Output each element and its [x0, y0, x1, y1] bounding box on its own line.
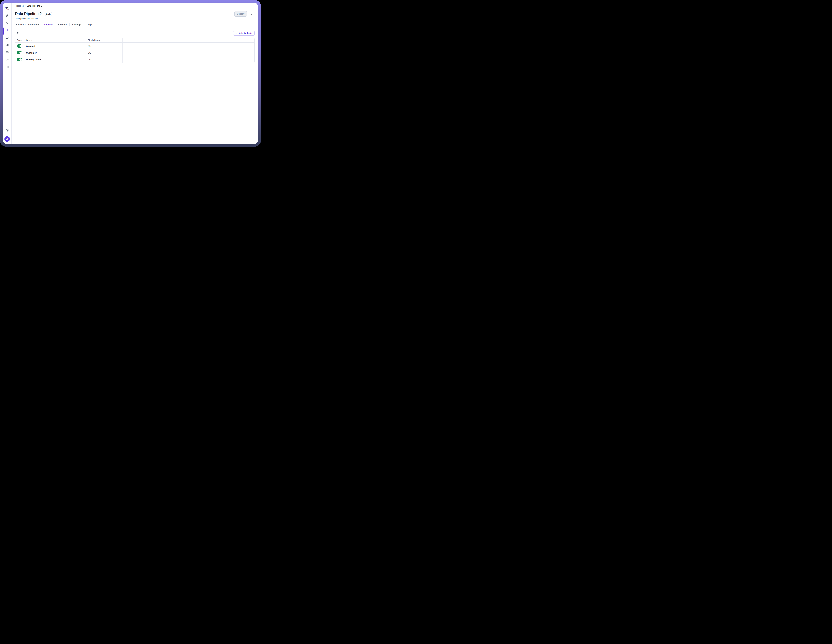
tab-schema[interactable]: Schema — [55, 22, 69, 27]
breadcrumb-parent-link[interactable]: Pipelines — [15, 5, 24, 7]
toggle-knob — [19, 58, 22, 61]
page-header: Data Pipeline 2 Draft Deploy Last update… — [12, 9, 258, 20]
sidebar-divider — [3, 134, 11, 134]
table-row[interactable]: Customer 0/9 — [15, 50, 254, 56]
tab-logs[interactable]: Logs — [84, 22, 94, 27]
active-nav-indicator — [3, 27, 4, 35]
col-header-sync: Sync — [15, 38, 24, 42]
object-name-cell: Dummy_table — [24, 56, 86, 63]
deploy-button[interactable]: Deploy — [234, 11, 247, 17]
status-badge: Draft — [44, 12, 53, 16]
screenshot-stage: VK Pipelines / Data Pipeline 2 Data Pipe… — [0, 0, 261, 147]
toggle-knob — [19, 51, 22, 54]
app-logo[interactable] — [5, 5, 10, 10]
tab-source-destination[interactable]: Source & Destination — [15, 22, 42, 27]
sync-toggle[interactable] — [17, 45, 22, 48]
add-objects-button[interactable]: Add Objects — [233, 30, 254, 35]
sync-toggle[interactable] — [17, 51, 22, 54]
panel-icon[interactable] — [5, 35, 9, 40]
apps-grid-icon[interactable] — [5, 65, 9, 69]
layers-icon[interactable] — [5, 14, 9, 18]
object-name-cell: Customer — [24, 50, 86, 56]
main-area: Pipelines / Data Pipeline 2 Data Pipelin… — [12, 3, 258, 144]
breadcrumb: Pipelines / Data Pipeline 2 — [12, 3, 258, 9]
logo-purple-square — [5, 7, 6, 8]
breadcrumb-current: Data Pipeline 2 — [27, 5, 42, 7]
toggle-knob — [19, 45, 22, 47]
table-row[interactable]: Dummy_table 0/2 — [15, 56, 254, 63]
logo-red-dot — [8, 9, 8, 10]
objects-table: Sync Object Fields Mapped Account 0/5 Cu… — [15, 38, 254, 63]
table-body: Account 0/5 Customer 0/9 Dummy_table 0/2 — [15, 43, 254, 63]
table-icon[interactable] — [5, 50, 9, 54]
add-objects-label: Add Objects — [239, 32, 252, 34]
page-title: Data Pipeline 2 — [15, 12, 42, 16]
app-window: VK Pipelines / Data Pipeline 2 Data Pipe… — [3, 3, 258, 144]
empty-cell — [122, 56, 254, 63]
sync-toggle[interactable] — [17, 58, 22, 61]
zap-icon[interactable] — [5, 21, 9, 25]
table-header-row: Sync Object Fields Mapped — [15, 38, 254, 43]
col-header-fields-mapped: Fields Mapped — [86, 38, 122, 42]
breadcrumb-separator: / — [25, 5, 26, 7]
objects-panel: Add Objects Sync Object Fields Mapped Ac… — [12, 27, 258, 63]
refresh-icon[interactable] — [16, 31, 20, 35]
last-updated-text: Last updated in 0 seconds — [15, 18, 253, 20]
fields-mapped-cell: 0/5 — [86, 43, 122, 49]
gear-icon[interactable] — [5, 128, 9, 132]
megaphone-icon[interactable] — [5, 43, 9, 47]
sidebar-nav — [5, 14, 9, 69]
table-row[interactable]: Account 0/5 — [15, 43, 254, 50]
tab-objects[interactable]: Objects — [42, 22, 55, 27]
empty-cell — [122, 43, 254, 49]
col-header-empty — [122, 38, 254, 42]
pipelines-arrows-icon[interactable] — [5, 28, 9, 32]
fields-mapped-cell: 0/9 — [86, 50, 122, 56]
tabs: Source & Destination Objects Schema Sett… — [15, 22, 254, 27]
tab-settings[interactable]: Settings — [70, 22, 84, 27]
kebab-menu-icon[interactable] — [250, 12, 253, 16]
col-header-object: Object — [24, 38, 86, 42]
object-name-cell: Account — [24, 43, 86, 49]
logo-green-dot — [8, 6, 9, 6]
sidebar: VK — [3, 3, 12, 144]
objects-toolbar: Add Objects — [15, 30, 254, 35]
plus-icon — [236, 32, 238, 34]
empty-cell — [122, 50, 254, 56]
avatar[interactable]: VK — [5, 136, 10, 142]
fields-mapped-cell: 0/2 — [86, 56, 122, 63]
sparkles-icon[interactable] — [5, 58, 9, 62]
